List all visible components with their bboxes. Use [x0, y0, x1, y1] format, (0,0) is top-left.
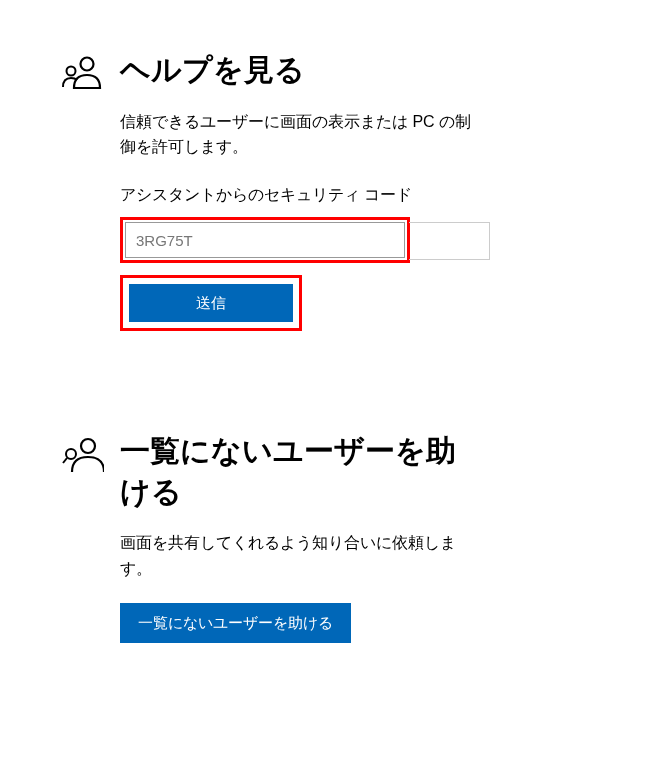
get-help-section: ヘルプを見る 信頼できるユーザーに画面の表示または PC の制御を許可します。 … — [120, 50, 650, 331]
give-help-title: 一覧にないユーザーを助ける — [120, 431, 480, 512]
person-search-icon — [62, 435, 104, 477]
get-help-content: 信頼できるユーザーに画面の表示または PC の制御を許可します。 アシスタントか… — [120, 109, 480, 332]
submit-button[interactable]: 送信 — [129, 284, 293, 322]
give-help-header: 一覧にないユーザーを助ける — [120, 431, 650, 512]
submit-button-highlight: 送信 — [120, 275, 302, 331]
code-input-highlight — [120, 217, 410, 263]
get-help-title: ヘルプを見る — [120, 50, 305, 91]
security-code-label: アシスタントからのセキュリティ コード — [120, 182, 480, 208]
give-help-content: 画面を共有してくれるよう知り合いに依頼します。 一覧にないユーザーを助ける — [120, 530, 480, 643]
svg-point-2 — [81, 439, 95, 453]
svg-point-1 — [67, 67, 76, 76]
svg-line-4 — [63, 458, 67, 463]
svg-point-3 — [66, 449, 76, 459]
svg-point-0 — [81, 58, 94, 71]
security-code-input[interactable] — [125, 222, 405, 258]
people-icon — [62, 54, 104, 96]
code-input-wrapper — [120, 217, 410, 275]
give-help-description: 画面を共有してくれるよう知り合いに依頼します。 — [120, 530, 480, 581]
get-help-header: ヘルプを見る — [120, 50, 650, 91]
help-someone-button[interactable]: 一覧にないユーザーを助ける — [120, 603, 351, 643]
get-help-description: 信頼できるユーザーに画面の表示または PC の制御を許可します。 — [120, 109, 480, 160]
give-help-section: 一覧にないユーザーを助ける 画面を共有してくれるよう知り合いに依頼します。 一覧… — [120, 431, 650, 643]
